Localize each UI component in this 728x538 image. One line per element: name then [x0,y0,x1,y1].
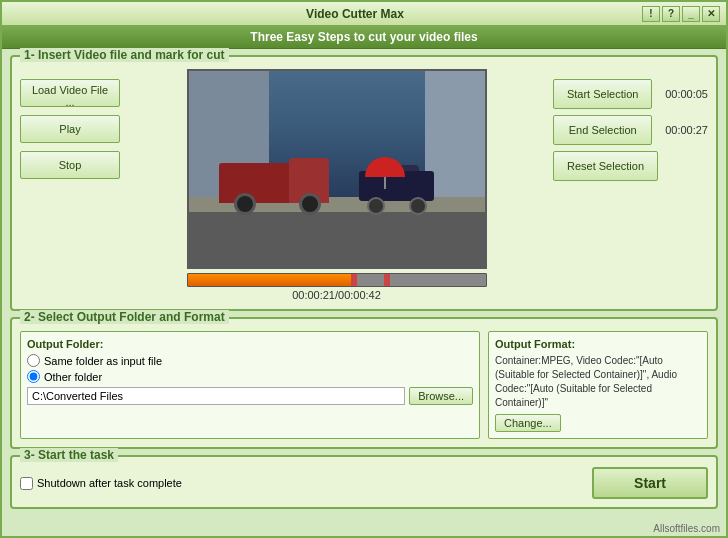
right-controls: Start Selection 00:00:05 End Selection 0… [553,69,708,181]
section1-title: 1- Insert Video file and mark for cut [20,48,229,62]
left-buttons: Load Video File ... Play Stop [20,69,120,179]
start-selection-button[interactable]: Start Selection [553,79,652,109]
shutdown-label: Shutdown after task complete [37,477,182,489]
time-display: 00:00:21/00:00:42 [292,289,381,301]
reset-selection-row: Reset Selection [553,151,708,181]
radio-same-label: Same folder as input file [44,355,162,367]
umbrella-pole [384,177,386,189]
minimize-btn[interactable]: _ [682,6,700,22]
section2: 2- Select Output Folder and Format Outpu… [10,317,718,449]
video-scene [189,71,485,267]
radio-same-row: Same folder as input file [27,354,473,367]
question-btn[interactable]: ? [662,6,680,22]
section2-content: Output Folder: Same folder as input file… [20,331,708,439]
footer-text: Allsoftfiles.com [653,523,720,534]
shutdown-row: Shutdown after task complete [20,477,182,490]
footer: Allsoftfiles.com [2,521,726,536]
progress-marker2 [384,274,390,286]
progress-fill [188,274,352,286]
sv-wheel1 [367,197,385,215]
main-window: Video Cutter Max ! ? _ ✕ Three Easy Step… [0,0,728,538]
start-selection-time: 00:00:05 [656,88,708,100]
folder-path-input[interactable] [27,387,405,405]
end-selection-row: End Selection 00:00:27 [553,115,708,145]
output-folder-title: Output Folder: [27,338,473,350]
end-selection-time: 00:00:27 [656,124,708,136]
play-button[interactable]: Play [20,115,120,143]
close-btn[interactable]: ✕ [702,6,720,22]
radio-other-row: Other folder [27,370,473,383]
section3-title: 3- Start the task [20,448,118,462]
subtitle-text: Three Easy Steps to cut your video files [250,30,477,44]
start-selection-row: Start Selection 00:00:05 [553,79,708,109]
main-content: 1- Insert Video file and mark for cut Lo… [2,49,726,521]
section2-title: 2- Select Output Folder and Format [20,310,229,324]
section3-content: Shutdown after task complete Start [20,467,708,499]
output-format-panel: Output Format: Container:MPEG, Video Cod… [488,331,708,439]
truck-wheel2 [299,193,321,215]
radio-other-label: Other folder [44,371,102,383]
section1-content: Load Video File ... Play Stop [20,69,708,301]
progress-marker1 [351,274,357,286]
change-button[interactable]: Change... [495,414,561,432]
start-button[interactable]: Start [592,467,708,499]
section1: 1- Insert Video file and mark for cut Lo… [10,55,718,311]
video-frame [187,69,487,269]
subtitle-bar: Three Easy Steps to cut your video files [2,26,726,49]
browse-button[interactable]: Browse... [409,387,473,405]
road [189,212,485,267]
video-area: 00:00:21/00:00:42 [128,69,545,301]
folder-input-row: Browse... [27,387,473,405]
section3: 3- Start the task Shutdown after task co… [10,455,718,509]
sv-wheel2 [409,197,427,215]
output-format-title: Output Format: [495,338,701,350]
help-icon-btn[interactable]: ! [642,6,660,22]
stop-button[interactable]: Stop [20,151,120,179]
title-bar: Video Cutter Max ! ? _ ✕ [2,2,726,26]
truck [219,150,339,215]
shutdown-checkbox[interactable] [20,477,33,490]
reset-selection-button[interactable]: Reset Selection [553,151,658,181]
umbrella-top [365,157,405,177]
umbrella [365,157,405,187]
window-title: Video Cutter Max [68,7,642,21]
radio-other-input[interactable] [27,370,40,383]
radio-same-input[interactable] [27,354,40,367]
load-video-button[interactable]: Load Video File ... [20,79,120,107]
progress-bar-container[interactable] [187,273,487,287]
format-text: Container:MPEG, Video Codec:"[Auto (Suit… [495,354,701,410]
truck-wheel1 [234,193,256,215]
output-folder-panel: Output Folder: Same folder as input file… [20,331,480,439]
end-selection-button[interactable]: End Selection [553,115,652,145]
title-bar-buttons: ! ? _ ✕ [642,6,720,22]
